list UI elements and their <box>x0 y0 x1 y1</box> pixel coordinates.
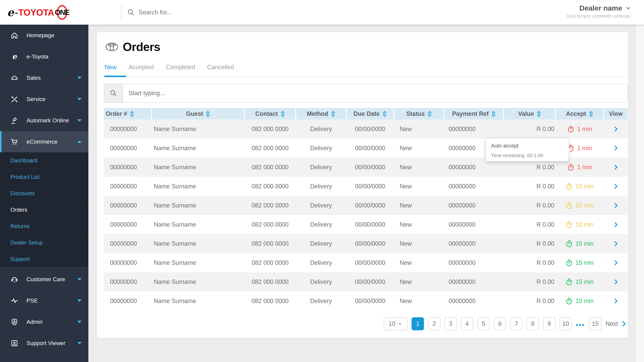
sidebar-item-service[interactable]: Service <box>0 88 88 110</box>
sidebar-item-e-toyota[interactable]: e e-Toyota <box>0 46 88 67</box>
column-header-accept[interactable]: Accept <box>556 108 603 119</box>
sort-icon[interactable] <box>280 110 285 117</box>
status-badge: New <box>394 215 444 234</box>
chevron-right-icon <box>612 240 619 247</box>
status-badge: New <box>394 253 444 272</box>
page-button-1[interactable]: 1 <box>412 317 424 330</box>
view-order-button[interactable] <box>612 164 619 171</box>
tab-new[interactable]: New <box>104 64 117 71</box>
sort-icon[interactable] <box>492 110 496 117</box>
column-label: Method <box>307 110 328 117</box>
view-order-button[interactable] <box>612 202 619 209</box>
submenu-label: Orders <box>10 207 27 213</box>
chevron-right-icon <box>612 145 619 151</box>
status-badge: New <box>394 292 444 311</box>
logo-one-text: ONE <box>55 8 69 16</box>
table-row: 00000000 Name Surname 082 000 0000 Deliv… <box>104 272 628 292</box>
sidebar-item-customer-care[interactable]: Customer Care <box>0 269 88 290</box>
chevron-up-icon[interactable] <box>77 140 82 143</box>
view-order-button[interactable] <box>612 279 619 285</box>
chevron-down-icon[interactable] <box>77 299 82 302</box>
column-header-status[interactable]: Status <box>394 108 444 119</box>
view-order-button[interactable] <box>612 126 619 132</box>
view-order-button[interactable] <box>612 221 619 228</box>
tabs-underline <box>104 76 628 77</box>
chevron-down-icon[interactable] <box>625 5 631 11</box>
sidebar-item-admin[interactable]: Admin <box>0 311 88 333</box>
page-button-3[interactable]: 3 <box>444 317 457 330</box>
sidebar-item-automark-online[interactable]: Automark Online <box>0 110 88 131</box>
sort-icon[interactable] <box>331 110 335 117</box>
page-button-2[interactable]: 2 <box>428 317 440 330</box>
page-button-9[interactable]: 9 <box>543 317 556 330</box>
page-size-select[interactable]: 10 <box>384 317 408 330</box>
view-order-button[interactable] <box>612 259 619 266</box>
sidebar-item-discounts[interactable]: Discounts <box>0 185 88 202</box>
chevron-down-icon[interactable] <box>77 321 82 323</box>
tab-cancelled[interactable]: Cancelled <box>206 64 234 71</box>
chevron-down-icon[interactable] <box>77 76 82 79</box>
sort-icon[interactable] <box>428 110 432 117</box>
column-header-order[interactable]: Order # <box>104 108 151 119</box>
tab-completed[interactable]: Completed <box>165 64 196 71</box>
chevron-down-icon[interactable] <box>77 278 82 281</box>
filter-input[interactable] <box>123 84 627 102</box>
page-button-6[interactable]: 6 <box>494 317 506 330</box>
accept-time: 1 min <box>577 125 592 133</box>
chevron-down-icon[interactable] <box>77 119 82 122</box>
active-tab-indicator <box>104 76 126 77</box>
chevron-right-icon <box>620 320 628 328</box>
sort-icon[interactable] <box>537 110 541 117</box>
chevron-down-icon[interactable] <box>77 342 82 345</box>
sidebar-item-ecommerce[interactable]: eCommerce <box>0 131 88 152</box>
order-number: 00000000 <box>104 119 151 139</box>
sidebar-item-returns[interactable]: Returns <box>0 218 88 234</box>
pagination-ellipsis[interactable]: ••• <box>576 319 585 329</box>
sidebar-item-orders[interactable]: Orders <box>0 202 88 218</box>
order-value: R 0.00 <box>504 196 555 215</box>
column-header-contact[interactable]: Contact <box>245 108 295 119</box>
sidebar-item-sales[interactable]: Sales <box>0 67 88 88</box>
column-header-value[interactable]: Value <box>504 108 555 119</box>
page-button-10[interactable]: 10 <box>560 317 572 330</box>
page-button-4[interactable]: 4 <box>461 317 473 330</box>
guest-name: Name Surname <box>152 292 244 311</box>
view-order-button[interactable] <box>612 298 619 304</box>
page-button-15[interactable]: 15 <box>589 317 602 330</box>
tab-accepted[interactable]: Accepted <box>128 64 154 71</box>
search-icon <box>127 8 135 16</box>
page-button-5[interactable]: 5 <box>477 317 490 330</box>
dealer-menu[interactable]: Dealer name Duis tempor commodo vehicula… <box>566 4 631 19</box>
sidebar-item-dashboard[interactable]: Dashboard <box>0 152 88 169</box>
method: Delivery <box>296 215 346 234</box>
page-button-8[interactable]: 8 <box>526 317 539 330</box>
filter-search-button[interactable] <box>104 84 123 102</box>
view-order-button[interactable] <box>612 240 619 247</box>
column-header-due-date[interactable]: Due Date <box>347 108 394 119</box>
view-order-button[interactable] <box>612 145 619 151</box>
order-tabs: New Accepted Completed Cancelled <box>104 64 246 71</box>
chevron-down-icon[interactable] <box>77 98 82 100</box>
status-badge: New <box>394 272 444 292</box>
next-page-button[interactable]: Next <box>606 320 628 328</box>
view-order-button[interactable] <box>612 183 619 190</box>
sidebar-item-support-viewer[interactable]: Support Viewer <box>0 333 88 354</box>
sidebar-item-pse[interactable]: PSE <box>0 290 88 311</box>
status-badge: New <box>394 158 444 177</box>
sidebar-item-homepage[interactable]: Homepage <box>0 25 88 46</box>
global-search-input[interactable] <box>138 9 256 16</box>
sort-icon[interactable] <box>589 110 593 117</box>
sidebar-item-product-list[interactable]: Product List <box>0 169 88 185</box>
sort-icon[interactable] <box>382 110 387 117</box>
sidebar-item-support[interactable]: Support <box>0 251 88 267</box>
page-scrollbar[interactable] <box>636 25 644 362</box>
column-label: View <box>609 110 622 117</box>
submenu-label: Dashboard <box>10 157 38 164</box>
page-button-7[interactable]: 7 <box>510 317 522 330</box>
sort-icon[interactable] <box>130 110 134 117</box>
column-header-method[interactable]: Method <box>296 108 346 119</box>
column-header-guest[interactable]: Guest <box>152 108 244 119</box>
sidebar-item-dealer-setup[interactable]: Dealer Setup <box>0 234 88 251</box>
column-header-payment-ref[interactable]: Payment Ref <box>444 108 503 119</box>
sort-icon[interactable] <box>206 110 210 117</box>
